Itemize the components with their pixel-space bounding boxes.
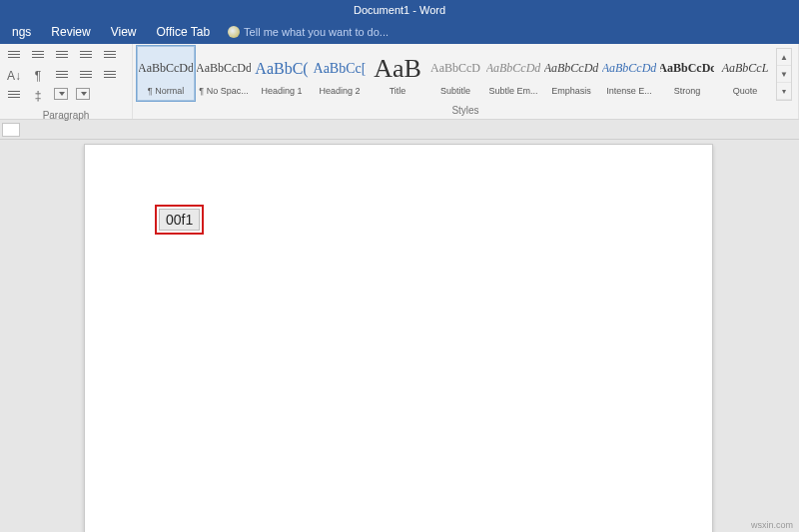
- borders-icon[interactable]: [76, 88, 90, 100]
- style-quote[interactable]: AaBbCcL Quote: [716, 46, 774, 101]
- annotation-highlight: 00f1: [155, 205, 204, 235]
- align-center-icon[interactable]: [78, 68, 94, 84]
- style-preview: AaBbCcL: [718, 52, 772, 86]
- style-label: Quote: [717, 86, 773, 96]
- style-preview: AaBbCcDd: [139, 52, 193, 86]
- paragraph-buttons: A↓ ¶ ‡: [0, 44, 132, 108]
- style-heading-2[interactable]: AaBbCc[ Heading 2: [311, 46, 369, 101]
- style-label: Intense E...: [601, 86, 657, 96]
- title-bar: Document1 - Word: [0, 0, 799, 20]
- style-preview: AaBbCcDd: [197, 52, 251, 86]
- style-subtle-emphasis[interactable]: AaBbCcDd Subtle Em...: [484, 46, 542, 101]
- style-label: Title: [370, 86, 425, 96]
- bullets-icon[interactable]: [6, 48, 22, 64]
- group-styles: AaBbCcDd ¶ Normal AaBbCcDd ¶ No Spac... …: [133, 44, 799, 119]
- style-label: Subtle Em...: [485, 86, 541, 96]
- styles-gallery: AaBbCcDd ¶ Normal AaBbCcDd ¶ No Spac... …: [133, 44, 798, 103]
- group-paragraph: A↓ ¶ ‡ Paragraph: [0, 44, 133, 119]
- style-strong[interactable]: AaBbCcDc Strong: [658, 46, 716, 101]
- style-label: ¶ No Spac...: [196, 86, 252, 96]
- style-normal[interactable]: AaBbCcDd ¶ Normal: [137, 46, 195, 101]
- tab-office-tab[interactable]: Office Tab: [149, 22, 219, 42]
- ruler-corner[interactable]: [2, 123, 20, 137]
- ribbon-tabs: ngs Review View Office Tab Tell me what …: [0, 20, 799, 44]
- tab-truncated[interactable]: ngs: [4, 22, 39, 42]
- decrease-indent-icon[interactable]: [78, 48, 94, 64]
- ribbon: A↓ ¶ ‡ Paragraph AaBbCcDd ¶ Normal AaBbC…: [0, 44, 799, 120]
- style-label: Heading 2: [312, 86, 368, 96]
- sort-icon[interactable]: A↓: [6, 68, 22, 84]
- tell-me-placeholder: Tell me what you want to do...: [244, 26, 389, 38]
- style-label: Strong: [659, 86, 715, 96]
- align-right-icon[interactable]: [102, 68, 118, 84]
- style-preview: AaBbCc[: [313, 52, 367, 86]
- gallery-scroll-up[interactable]: ▲: [777, 49, 791, 66]
- multilevel-list-icon[interactable]: [54, 48, 70, 64]
- shading-icon[interactable]: [54, 88, 68, 100]
- gallery-scroll-down[interactable]: ▼: [777, 66, 791, 83]
- tell-me-search[interactable]: Tell me what you want to do...: [228, 26, 389, 38]
- line-spacing-icon[interactable]: ‡: [30, 88, 46, 104]
- watermark: wsxin.com: [751, 520, 793, 530]
- style-label: ¶ Normal: [138, 86, 194, 96]
- style-no-spacing[interactable]: AaBbCcDd ¶ No Spac...: [195, 46, 253, 101]
- tab-view[interactable]: View: [103, 22, 145, 42]
- style-title[interactable]: AaB Title: [369, 46, 426, 101]
- style-preview: AaBbCcDd: [486, 52, 540, 86]
- style-preview: AaBbC(: [255, 52, 309, 86]
- style-preview: AaBbCcDd: [602, 52, 656, 86]
- style-preview: AaB: [371, 52, 424, 86]
- numbering-icon[interactable]: [30, 48, 46, 64]
- style-label: Heading 1: [254, 86, 310, 96]
- style-preview: AaBbCcDd: [544, 52, 598, 86]
- style-label: Emphasis: [543, 86, 599, 96]
- style-preview: AaBbCcDc: [660, 52, 714, 86]
- editor-workspace: 00f1: [0, 140, 799, 532]
- style-emphasis[interactable]: AaBbCcDd Emphasis: [542, 46, 600, 101]
- document-text[interactable]: 00f1: [159, 209, 200, 231]
- style-subtitle[interactable]: AaBbCcD Subtitle: [426, 46, 484, 101]
- justify-icon[interactable]: [6, 88, 22, 104]
- styles-group-label: Styles: [133, 103, 798, 119]
- tab-review[interactable]: Review: [43, 22, 98, 42]
- align-left-icon[interactable]: [54, 68, 70, 84]
- gallery-expand-icon[interactable]: ▾: [777, 83, 791, 100]
- style-heading-1[interactable]: AaBbC( Heading 1: [253, 46, 311, 101]
- style-label: Subtitle: [427, 86, 483, 96]
- style-preview: AaBbCcD: [428, 52, 482, 86]
- show-marks-icon[interactable]: ¶: [30, 68, 46, 84]
- gallery-scroll: ▲ ▼ ▾: [776, 48, 792, 101]
- style-intense-emphasis[interactable]: AaBbCcDd Intense E...: [600, 46, 658, 101]
- lightbulb-icon: [228, 26, 240, 38]
- document-title: Document1 - Word: [354, 4, 445, 16]
- increase-indent-icon[interactable]: [102, 48, 118, 64]
- document-page[interactable]: 00f1: [84, 144, 713, 532]
